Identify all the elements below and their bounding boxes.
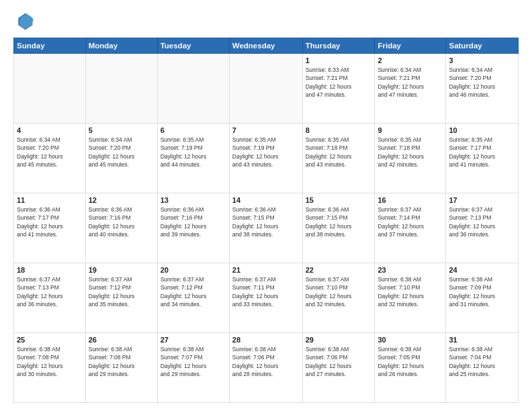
day-info: Sunrise: 6:36 AMSunset: 7:16 PMDaylight:…	[89, 205, 154, 238]
calendar-cell: 16Sunrise: 6:37 AMSunset: 7:14 PMDayligh…	[375, 193, 446, 263]
day-number: 14	[232, 196, 300, 204]
day-number: 20	[161, 266, 226, 274]
day-number: 4	[17, 126, 83, 134]
day-number: 23	[378, 266, 443, 274]
day-info: Sunrise: 6:38 AMSunset: 7:06 PMDaylight:…	[306, 345, 372, 378]
day-number: 16	[378, 196, 443, 204]
calendar-cell: 2Sunrise: 6:34 AMSunset: 7:21 PMDaylight…	[375, 54, 446, 124]
day-number: 1	[306, 56, 372, 64]
col-sunday: Sunday	[14, 38, 86, 54]
calendar-cell: 21Sunrise: 6:37 AMSunset: 7:11 PMDayligh…	[229, 263, 302, 333]
calendar-cell: 29Sunrise: 6:38 AMSunset: 7:06 PMDayligh…	[302, 333, 375, 403]
calendar-cell: 12Sunrise: 6:36 AMSunset: 7:16 PMDayligh…	[85, 193, 157, 263]
day-number: 31	[449, 336, 515, 344]
week-row-3: 11Sunrise: 6:36 AMSunset: 7:17 PMDayligh…	[14, 193, 519, 263]
calendar-cell: 15Sunrise: 6:36 AMSunset: 7:15 PMDayligh…	[302, 193, 375, 263]
calendar-cell: 25Sunrise: 6:38 AMSunset: 7:08 PMDayligh…	[14, 333, 86, 403]
day-info: Sunrise: 6:38 AMSunset: 7:08 PMDaylight:…	[89, 345, 154, 378]
day-number: 6	[161, 126, 226, 134]
col-friday: Friday	[375, 38, 446, 54]
calendar: Sunday Monday Tuesday Wednesday Thursday…	[13, 38, 519, 403]
logo-icon	[13, 11, 35, 32]
calendar-cell: 28Sunrise: 6:38 AMSunset: 7:06 PMDayligh…	[229, 333, 302, 403]
day-number: 13	[161, 196, 226, 204]
day-number: 28	[232, 336, 300, 344]
day-number: 30	[378, 336, 443, 344]
day-info: Sunrise: 6:38 AMSunset: 7:07 PMDaylight:…	[161, 345, 226, 378]
calendar-cell: 14Sunrise: 6:36 AMSunset: 7:15 PMDayligh…	[229, 193, 302, 263]
day-info: Sunrise: 6:36 AMSunset: 7:16 PMDaylight:…	[161, 205, 226, 238]
day-number: 9	[378, 126, 443, 134]
day-info: Sunrise: 6:35 AMSunset: 7:18 PMDaylight:…	[378, 136, 443, 169]
day-number: 29	[306, 336, 372, 344]
day-info: Sunrise: 6:38 AMSunset: 7:09 PMDaylight:…	[449, 275, 515, 308]
calendar-table: Sunday Monday Tuesday Wednesday Thursday…	[13, 38, 519, 403]
logo	[13, 11, 38, 32]
day-number: 25	[17, 336, 83, 344]
day-info: Sunrise: 6:37 AMSunset: 7:11 PMDaylight:…	[232, 275, 300, 308]
day-number: 27	[161, 336, 226, 344]
day-info: Sunrise: 6:36 AMSunset: 7:15 PMDaylight:…	[306, 205, 372, 238]
day-number: 22	[306, 266, 372, 274]
page: Sunday Monday Tuesday Wednesday Thursday…	[0, 0, 532, 411]
calendar-cell: 23Sunrise: 6:38 AMSunset: 7:10 PMDayligh…	[375, 263, 446, 333]
day-info: Sunrise: 6:37 AMSunset: 7:13 PMDaylight:…	[449, 205, 515, 238]
day-info: Sunrise: 6:34 AMSunset: 7:20 PMDaylight:…	[89, 136, 154, 169]
calendar-cell: 22Sunrise: 6:37 AMSunset: 7:10 PMDayligh…	[302, 263, 375, 333]
col-tuesday: Tuesday	[157, 38, 229, 54]
week-row-1: 1Sunrise: 6:33 AMSunset: 7:21 PMDaylight…	[14, 54, 519, 124]
day-info: Sunrise: 6:34 AMSunset: 7:21 PMDaylight:…	[378, 66, 443, 99]
day-number: 3	[449, 56, 515, 64]
day-info: Sunrise: 6:36 AMSunset: 7:15 PMDaylight:…	[232, 205, 300, 238]
calendar-cell: 7Sunrise: 6:35 AMSunset: 7:19 PMDaylight…	[229, 124, 302, 193]
day-number: 15	[306, 196, 372, 204]
calendar-cell: 8Sunrise: 6:35 AMSunset: 7:18 PMDaylight…	[302, 124, 375, 193]
day-number: 17	[449, 196, 515, 204]
day-number: 19	[89, 266, 154, 274]
day-number: 7	[232, 126, 300, 134]
day-info: Sunrise: 6:38 AMSunset: 7:04 PMDaylight:…	[449, 345, 515, 378]
header	[13, 11, 519, 32]
week-row-4: 18Sunrise: 6:37 AMSunset: 7:13 PMDayligh…	[14, 263, 519, 333]
calendar-cell: 27Sunrise: 6:38 AMSunset: 7:07 PMDayligh…	[157, 333, 229, 403]
day-info: Sunrise: 6:33 AMSunset: 7:21 PMDaylight:…	[306, 66, 372, 99]
day-number: 18	[17, 266, 83, 274]
day-number: 10	[449, 126, 515, 134]
col-wednesday: Wednesday	[229, 38, 302, 54]
calendar-cell: 6Sunrise: 6:35 AMSunset: 7:19 PMDaylight…	[157, 124, 229, 193]
day-number: 8	[306, 126, 372, 134]
day-number: 5	[89, 126, 154, 134]
day-info: Sunrise: 6:38 AMSunset: 7:10 PMDaylight:…	[378, 275, 443, 308]
day-info: Sunrise: 6:35 AMSunset: 7:18 PMDaylight:…	[306, 136, 372, 169]
day-number: 24	[449, 266, 515, 274]
calendar-cell: 18Sunrise: 6:37 AMSunset: 7:13 PMDayligh…	[14, 263, 86, 333]
day-info: Sunrise: 6:35 AMSunset: 7:19 PMDaylight:…	[161, 136, 226, 169]
calendar-cell: 4Sunrise: 6:34 AMSunset: 7:20 PMDaylight…	[14, 124, 86, 193]
calendar-cell: 11Sunrise: 6:36 AMSunset: 7:17 PMDayligh…	[14, 193, 86, 263]
calendar-cell: 9Sunrise: 6:35 AMSunset: 7:18 PMDaylight…	[375, 124, 446, 193]
day-info: Sunrise: 6:36 AMSunset: 7:17 PMDaylight:…	[17, 205, 83, 238]
calendar-cell: 1Sunrise: 6:33 AMSunset: 7:21 PMDaylight…	[302, 54, 375, 124]
calendar-cell: 3Sunrise: 6:34 AMSunset: 7:20 PMDaylight…	[446, 54, 519, 124]
week-row-2: 4Sunrise: 6:34 AMSunset: 7:20 PMDaylight…	[14, 124, 519, 193]
day-info: Sunrise: 6:38 AMSunset: 7:05 PMDaylight:…	[378, 345, 443, 378]
day-number: 26	[89, 336, 154, 344]
calendar-cell: 24Sunrise: 6:38 AMSunset: 7:09 PMDayligh…	[446, 263, 519, 333]
day-info: Sunrise: 6:37 AMSunset: 7:14 PMDaylight:…	[378, 205, 443, 238]
col-thursday: Thursday	[302, 38, 375, 54]
day-info: Sunrise: 6:38 AMSunset: 7:06 PMDaylight:…	[232, 345, 300, 378]
calendar-cell: 5Sunrise: 6:34 AMSunset: 7:20 PMDaylight…	[85, 124, 157, 193]
day-info: Sunrise: 6:38 AMSunset: 7:08 PMDaylight:…	[17, 345, 83, 378]
calendar-cell	[14, 54, 86, 124]
calendar-cell	[85, 54, 157, 124]
day-info: Sunrise: 6:37 AMSunset: 7:10 PMDaylight:…	[306, 275, 372, 308]
calendar-cell: 10Sunrise: 6:35 AMSunset: 7:17 PMDayligh…	[446, 124, 519, 193]
calendar-cell: 20Sunrise: 6:37 AMSunset: 7:12 PMDayligh…	[157, 263, 229, 333]
day-number: 11	[17, 196, 83, 204]
day-info: Sunrise: 6:37 AMSunset: 7:12 PMDaylight:…	[161, 275, 226, 308]
day-info: Sunrise: 6:35 AMSunset: 7:19 PMDaylight:…	[232, 136, 300, 169]
calendar-header: Sunday Monday Tuesday Wednesday Thursday…	[14, 38, 519, 54]
calendar-cell: 30Sunrise: 6:38 AMSunset: 7:05 PMDayligh…	[375, 333, 446, 403]
col-saturday: Saturday	[446, 38, 519, 54]
calendar-cell: 26Sunrise: 6:38 AMSunset: 7:08 PMDayligh…	[85, 333, 157, 403]
